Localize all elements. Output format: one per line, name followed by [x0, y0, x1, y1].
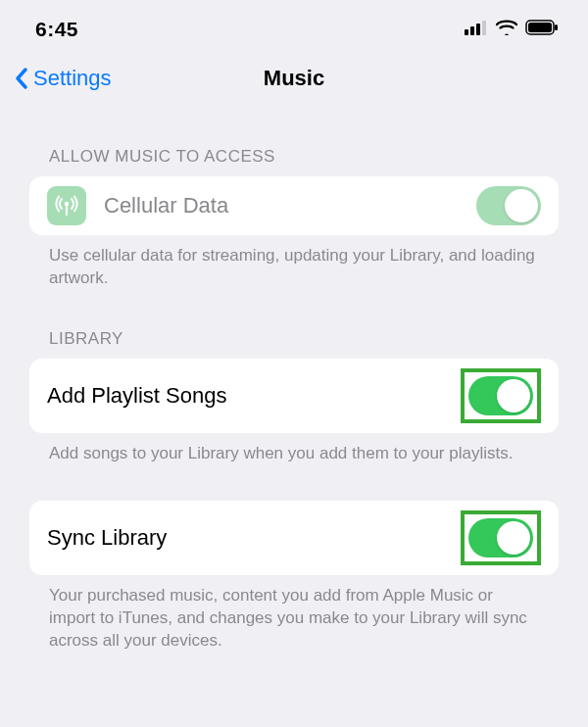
- cellular-data-toggle[interactable]: [476, 186, 541, 225]
- row-add-playlist-songs[interactable]: Add Playlist Songs: [29, 359, 559, 433]
- svg-rect-1: [470, 26, 474, 35]
- cellular-signal-icon: [465, 20, 488, 39]
- status-icons: [465, 20, 559, 39]
- svg-rect-0: [465, 29, 468, 35]
- sync-library-footer: Your purchased music, content you add fr…: [29, 575, 559, 653]
- svg-rect-2: [476, 24, 480, 35]
- page-title: Music: [264, 66, 324, 91]
- status-time: 6:45: [35, 18, 78, 41]
- status-bar: 6:45: [0, 0, 588, 53]
- cellular-data-label: Cellular Data: [104, 193, 476, 218]
- section-header-access: ALLOW MUSIC TO ACCESS: [29, 104, 559, 176]
- highlight-box: [461, 368, 541, 423]
- svg-rect-6: [555, 24, 558, 30]
- cellular-data-footer: Use cellular data for streaming, updatin…: [29, 235, 559, 290]
- row-cellular-data[interactable]: Cellular Data: [29, 176, 559, 235]
- sync-library-toggle[interactable]: [468, 518, 533, 557]
- antenna-icon: [47, 186, 86, 225]
- row-sync-library[interactable]: Sync Library: [29, 501, 559, 575]
- svg-rect-3: [482, 21, 486, 35]
- add-playlist-songs-footer: Add songs to your Library when you add t…: [29, 433, 559, 465]
- add-playlist-songs-toggle[interactable]: [468, 376, 533, 415]
- chevron-left-icon: [14, 67, 29, 90]
- svg-rect-5: [528, 23, 552, 32]
- battery-icon: [525, 20, 559, 39]
- nav-bar: Settings Music: [0, 53, 588, 104]
- highlight-box: [461, 510, 541, 565]
- add-playlist-songs-label: Add Playlist Songs: [47, 383, 461, 409]
- sync-library-label: Sync Library: [47, 525, 461, 551]
- section-header-library: LIBRARY: [29, 290, 559, 359]
- wifi-icon: [496, 20, 517, 39]
- back-label: Settings: [33, 66, 112, 91]
- content: ALLOW MUSIC TO ACCESS Cellular Data Use …: [0, 104, 588, 653]
- back-button[interactable]: Settings: [14, 66, 112, 91]
